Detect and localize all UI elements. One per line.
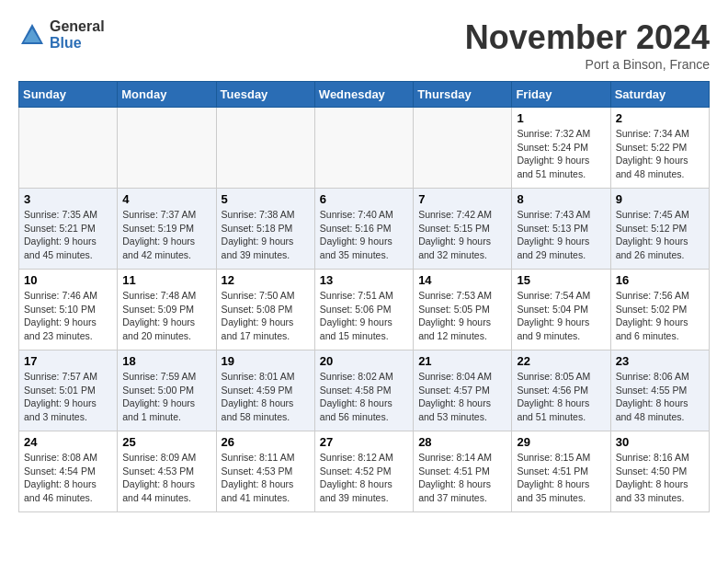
week-row-2: 3Sunrise: 7:35 AMSunset: 5:21 PMDaylight…	[19, 189, 710, 270]
day-info: Sunrise: 7:32 AMSunset: 5:24 PMDaylight:…	[517, 127, 605, 181]
day-info: Sunrise: 7:37 AMSunset: 5:19 PMDaylight:…	[122, 208, 210, 262]
day-info: Sunrise: 7:50 AMSunset: 5:08 PMDaylight:…	[222, 289, 310, 343]
day-info: Sunrise: 7:46 AMSunset: 5:10 PMDaylight:…	[24, 289, 112, 343]
calendar-cell: 26Sunrise: 8:11 AMSunset: 4:53 PMDayligh…	[216, 431, 314, 512]
day-number: 4	[122, 192, 210, 206]
day-info: Sunrise: 8:16 AMSunset: 4:50 PMDaylight:…	[616, 451, 704, 505]
day-number: 29	[517, 435, 605, 449]
day-info: Sunrise: 7:42 AMSunset: 5:15 PMDaylight:…	[418, 208, 506, 262]
week-row-1: 1Sunrise: 7:32 AMSunset: 5:24 PMDaylight…	[19, 108, 710, 189]
day-info: Sunrise: 8:15 AMSunset: 4:51 PMDaylight:…	[517, 451, 605, 505]
weekday-header-monday: Monday	[118, 82, 216, 108]
day-info: Sunrise: 7:56 AMSunset: 5:02 PMDaylight:…	[616, 289, 704, 343]
day-info: Sunrise: 8:12 AMSunset: 4:52 PMDaylight:…	[320, 451, 408, 505]
calendar-cell: 1Sunrise: 7:32 AMSunset: 5:24 PMDaylight…	[512, 108, 610, 189]
day-number: 18	[122, 354, 210, 368]
calendar-cell: 13Sunrise: 7:51 AMSunset: 5:06 PMDayligh…	[314, 270, 413, 350]
day-info: Sunrise: 8:11 AMSunset: 4:53 PMDaylight:…	[222, 451, 310, 505]
day-info: Sunrise: 7:35 AMSunset: 5:21 PMDaylight:…	[24, 208, 112, 262]
calendar-cell: 28Sunrise: 8:14 AMSunset: 4:51 PMDayligh…	[414, 431, 512, 512]
day-info: Sunrise: 7:57 AMSunset: 5:01 PMDaylight:…	[24, 370, 112, 424]
calendar-cell: 27Sunrise: 8:12 AMSunset: 4:52 PMDayligh…	[314, 431, 413, 512]
day-number: 14	[418, 273, 506, 287]
weekday-header-tuesday: Tuesday	[216, 82, 314, 108]
calendar-cell: 11Sunrise: 7:48 AMSunset: 5:09 PMDayligh…	[118, 270, 216, 350]
day-number: 12	[222, 273, 310, 287]
day-number: 11	[122, 273, 210, 287]
calendar-cell	[216, 108, 314, 189]
day-number: 27	[320, 435, 408, 449]
day-info: Sunrise: 7:38 AMSunset: 5:18 PMDaylight:…	[222, 208, 310, 262]
calendar-cell	[19, 108, 118, 189]
week-row-5: 24Sunrise: 8:08 AMSunset: 4:54 PMDayligh…	[19, 431, 710, 512]
day-number: 1	[517, 111, 605, 125]
weekday-header-thursday: Thursday	[414, 82, 512, 108]
logo-general-text: General	[50, 18, 105, 35]
week-row-3: 10Sunrise: 7:46 AMSunset: 5:10 PMDayligh…	[19, 270, 710, 350]
day-number: 9	[616, 192, 704, 206]
calendar-cell: 5Sunrise: 7:38 AMSunset: 5:18 PMDaylight…	[216, 189, 314, 270]
day-number: 6	[320, 192, 408, 206]
calendar-cell: 23Sunrise: 8:06 AMSunset: 4:55 PMDayligh…	[610, 350, 709, 431]
day-info: Sunrise: 8:06 AMSunset: 4:55 PMDaylight:…	[616, 370, 704, 424]
day-number: 8	[517, 192, 605, 206]
calendar-cell: 19Sunrise: 8:01 AMSunset: 4:59 PMDayligh…	[216, 350, 314, 431]
calendar-cell: 24Sunrise: 8:08 AMSunset: 4:54 PMDayligh…	[19, 431, 118, 512]
day-info: Sunrise: 8:08 AMSunset: 4:54 PMDaylight:…	[24, 451, 112, 505]
calendar-cell: 15Sunrise: 7:54 AMSunset: 5:04 PMDayligh…	[512, 270, 610, 350]
day-number: 23	[616, 354, 704, 368]
day-info: Sunrise: 7:43 AMSunset: 5:13 PMDaylight:…	[517, 208, 605, 262]
day-number: 7	[418, 192, 506, 206]
day-info: Sunrise: 7:34 AMSunset: 5:22 PMDaylight:…	[616, 127, 704, 181]
day-number: 2	[616, 111, 704, 125]
day-number: 24	[24, 435, 112, 449]
day-info: Sunrise: 7:51 AMSunset: 5:06 PMDaylight:…	[320, 289, 408, 343]
day-number: 21	[418, 354, 506, 368]
weekday-header-row: SundayMondayTuesdayWednesdayThursdayFrid…	[19, 82, 710, 108]
calendar-cell: 4Sunrise: 7:37 AMSunset: 5:19 PMDaylight…	[118, 189, 216, 270]
calendar-cell: 22Sunrise: 8:05 AMSunset: 4:56 PMDayligh…	[512, 350, 610, 431]
day-info: Sunrise: 7:54 AMSunset: 5:04 PMDaylight:…	[517, 289, 605, 343]
weekday-header-friday: Friday	[512, 82, 610, 108]
calendar-cell: 30Sunrise: 8:16 AMSunset: 4:50 PMDayligh…	[610, 431, 709, 512]
day-number: 15	[517, 273, 605, 287]
weekday-header-saturday: Saturday	[610, 82, 709, 108]
day-number: 13	[320, 273, 408, 287]
logo-blue-text: Blue	[50, 35, 105, 52]
logo-text: General Blue	[50, 18, 105, 51]
day-number: 26	[222, 435, 310, 449]
day-number: 10	[24, 273, 112, 287]
calendar-cell: 2Sunrise: 7:34 AMSunset: 5:22 PMDaylight…	[610, 108, 709, 189]
day-number: 19	[222, 354, 310, 368]
day-info: Sunrise: 7:45 AMSunset: 5:12 PMDaylight:…	[616, 208, 704, 262]
calendar-cell	[414, 108, 512, 189]
weekday-header-sunday: Sunday	[19, 82, 118, 108]
calendar-cell	[314, 108, 413, 189]
day-info: Sunrise: 8:14 AMSunset: 4:51 PMDaylight:…	[418, 451, 506, 505]
day-info: Sunrise: 8:04 AMSunset: 4:57 PMDaylight:…	[418, 370, 506, 424]
calendar-cell: 12Sunrise: 7:50 AMSunset: 5:08 PMDayligh…	[216, 270, 314, 350]
calendar-table: SundayMondayTuesdayWednesdayThursdayFrid…	[18, 81, 710, 512]
calendar-cell: 17Sunrise: 7:57 AMSunset: 5:01 PMDayligh…	[19, 350, 118, 431]
month-title: November 2024	[465, 18, 710, 57]
day-info: Sunrise: 8:09 AMSunset: 4:53 PMDaylight:…	[122, 451, 210, 505]
calendar-cell: 20Sunrise: 8:02 AMSunset: 4:58 PMDayligh…	[314, 350, 413, 431]
calendar-cell: 10Sunrise: 7:46 AMSunset: 5:10 PMDayligh…	[19, 270, 118, 350]
day-info: Sunrise: 7:48 AMSunset: 5:09 PMDaylight:…	[122, 289, 210, 343]
day-number: 30	[616, 435, 704, 449]
calendar-cell: 29Sunrise: 8:15 AMSunset: 4:51 PMDayligh…	[512, 431, 610, 512]
page-header: General Blue November 2024 Port a Binson…	[18, 18, 710, 72]
day-number: 20	[320, 354, 408, 368]
logo-icon	[18, 21, 46, 49]
location-text: Port a Binson, France	[465, 57, 710, 72]
day-info: Sunrise: 8:02 AMSunset: 4:58 PMDaylight:…	[320, 370, 408, 424]
day-number: 28	[418, 435, 506, 449]
day-number: 5	[222, 192, 310, 206]
calendar-cell: 16Sunrise: 7:56 AMSunset: 5:02 PMDayligh…	[610, 270, 709, 350]
day-number: 16	[616, 273, 704, 287]
calendar-cell: 18Sunrise: 7:59 AMSunset: 5:00 PMDayligh…	[118, 350, 216, 431]
day-number: 22	[517, 354, 605, 368]
logo: General Blue	[18, 18, 105, 51]
calendar-cell: 21Sunrise: 8:04 AMSunset: 4:57 PMDayligh…	[414, 350, 512, 431]
calendar-cell: 8Sunrise: 7:43 AMSunset: 5:13 PMDaylight…	[512, 189, 610, 270]
